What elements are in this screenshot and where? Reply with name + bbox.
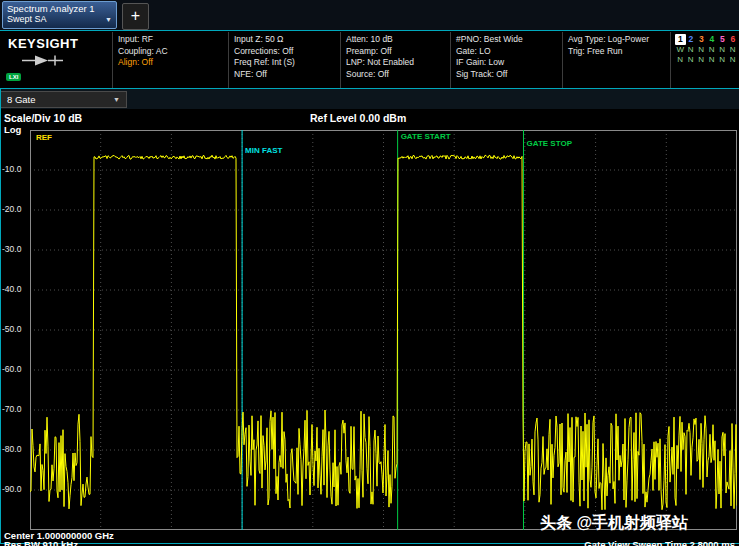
rf-attenuator-icon <box>22 53 66 68</box>
spectrum-analyzer-screen: { "window": { "tab_title_line1": "Spectr… <box>0 0 739 546</box>
trace-5-button[interactable]: 5 <box>717 34 728 45</box>
trace-6-button[interactable]: 6 <box>728 34 739 45</box>
watermark: 头条 @手机射频驿站 <box>540 513 688 534</box>
y-axis-tick-label: -30.0 <box>2 244 28 254</box>
trace-state-letter: N <box>717 45 728 56</box>
chevron-down-icon: ▼ <box>105 14 112 25</box>
status-column: Avg Type: Log-PowerTrig: Free Run <box>562 32 670 88</box>
gate-stop-marker-label: GATE STOP <box>526 139 572 148</box>
status-readout: IF Gain: Low <box>456 57 557 69</box>
gate-view-dropdown[interactable]: 8 Gate ▼ <box>0 91 127 108</box>
brand-block: KEYSIGHT LXI <box>0 32 112 88</box>
trace-state-letter: N <box>728 55 739 66</box>
divider <box>0 88 1 543</box>
ref-level-label: Ref Level 0.00 dBm <box>310 112 406 124</box>
trace-state-letter: N <box>717 55 728 66</box>
trace-1-line <box>30 155 737 510</box>
trace-2-button[interactable]: 2 <box>686 34 697 45</box>
trace-state-letter: N <box>707 45 718 56</box>
spectrum-plot: MIN FASTGATE STARTGATE STOPREF <box>30 130 737 530</box>
status-readout: Trig: Free Run <box>568 46 665 58</box>
tab-subtitle: Swept SA <box>7 14 47 25</box>
gate-start-marker-label: GATE START <box>401 132 451 141</box>
status-readout: Input: RF <box>118 34 223 46</box>
trace-indicators: 123456WNNNNNNNNNNN <box>670 32 739 88</box>
trace-state-letter: W <box>675 45 686 56</box>
status-readout: Gate: LO <box>456 46 557 58</box>
spectrum-canvas <box>30 130 737 530</box>
dropdown-caret-icon: ▼ <box>113 92 120 107</box>
sweep-time-label: Gate View Sweep Time 2.8000 ms <box>584 539 735 546</box>
add-tab-button[interactable]: + <box>122 3 149 30</box>
y-axis-tick-label: -80.0 <box>2 444 28 454</box>
trace-3-button[interactable]: 3 <box>696 34 707 45</box>
header: KEYSIGHT LXI Input: RFCoupling: ACAlign:… <box>0 32 739 88</box>
status-column: #PNO: Best WideGate: LOIF Gain: LowSig T… <box>450 32 562 88</box>
log-scale-label: Log <box>4 124 21 135</box>
status-readout: #PNO: Best Wide <box>456 34 557 46</box>
res-bw-label: Res BW 910 kHz <box>4 539 78 546</box>
y-axis-tick-label: -70.0 <box>2 404 28 414</box>
trace-state-letter: N <box>686 45 697 56</box>
status-readout: NFE: Off <box>234 69 335 81</box>
status-readout: Preamp: Off <box>346 46 445 58</box>
ref-marker-label: REF <box>36 133 52 142</box>
trace-state-letter: N <box>696 45 707 56</box>
status-readout: Coupling: AC <box>118 46 223 58</box>
status-readout: Freq Ref: Int (S) <box>234 57 335 69</box>
y-axis-tick-label: -20.0 <box>2 204 28 214</box>
status-column: Input Z: 50 ΩCorrections: OffFreq Ref: I… <box>228 32 340 88</box>
status-readout: Atten: 10 dB <box>346 34 445 46</box>
scale-div-label: Scale/Div 10 dB <box>4 112 82 124</box>
status-readout: Avg Type: Log-Power <box>568 34 665 46</box>
status-columns: Input: RFCoupling: ACAlign: OffInput Z: … <box>112 32 670 88</box>
y-axis-tick-label: -40.0 <box>2 284 28 294</box>
status-column: Atten: 10 dBPreamp: OffLNP: Not EnabledS… <box>340 32 450 88</box>
trace-state-letter: N <box>707 55 718 66</box>
measurement-bar: Scale/Div 10 dB Ref Level 0.00 dBm <box>0 109 739 128</box>
lxi-badge: LXI <box>6 73 21 81</box>
y-axis-tick-label: -60.0 <box>2 364 28 374</box>
keysight-logo: KEYSIGHT <box>0 32 112 51</box>
status-readout: Corrections: Off <box>234 46 335 58</box>
y-axis-tick-label: -10.0 <box>2 164 28 174</box>
trace-state-letter: N <box>696 55 707 66</box>
y-axis-tick-label: -90.0 <box>2 484 28 494</box>
tab-title: Spectrum Analyzer 1 <box>7 3 112 14</box>
status-column: Input: RFCoupling: ACAlign: Off <box>112 32 228 88</box>
trace-state-letter: N <box>686 55 697 66</box>
tab-spectrum-analyzer-1[interactable]: Spectrum Analyzer 1 Swept SA ▼ <box>2 1 117 29</box>
status-readout: Input Z: 50 Ω <box>234 34 335 46</box>
status-readout: Sig Track: Off <box>456 69 557 81</box>
trace-state-letter: N <box>675 55 686 66</box>
view-bar: 8 Gate ▼ <box>0 88 739 109</box>
status-readout: Align: Off <box>118 57 223 69</box>
y-axis-tick-label: -50.0 <box>2 324 28 334</box>
trace-4-button[interactable]: 4 <box>707 34 718 45</box>
trace-1-button[interactable]: 1 <box>675 34 686 45</box>
status-readout: LNP: Not Enabled <box>346 57 445 69</box>
tab-bar: Spectrum Analyzer 1 Swept SA ▼ + <box>0 0 739 31</box>
trace-state-letter: N <box>728 45 739 56</box>
gate-view-label: 8 Gate <box>7 92 36 107</box>
status-readout: Source: Off <box>346 69 445 81</box>
min-fast-marker-label: MIN FAST <box>245 146 282 155</box>
